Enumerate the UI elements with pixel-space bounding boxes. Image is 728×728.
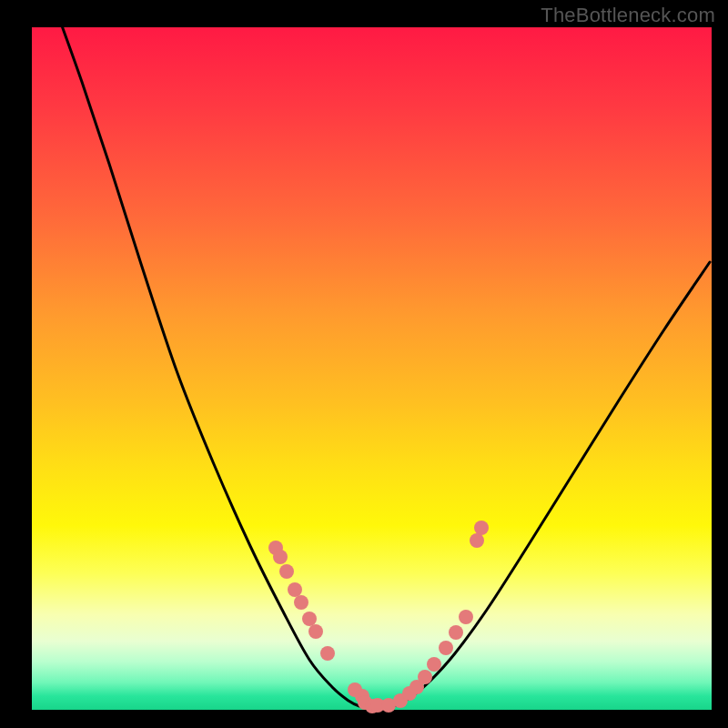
marker-dot <box>308 624 323 639</box>
chart-svg <box>32 27 712 710</box>
marker-dot <box>320 646 335 661</box>
marker-dot <box>302 612 317 626</box>
highlight-dots <box>268 521 489 713</box>
marker-dot <box>449 625 463 640</box>
marker-dot <box>439 641 453 655</box>
marker-dot <box>470 533 484 548</box>
bottleneck-curve <box>59 18 710 708</box>
marker-dot <box>459 610 473 624</box>
watermark-text: TheBottleneck.com <box>541 4 715 27</box>
marker-dot <box>288 582 302 597</box>
marker-dot <box>294 595 308 610</box>
marker-dot <box>474 521 489 535</box>
marker-dot <box>418 670 432 684</box>
marker-dot <box>427 657 441 672</box>
chart-frame: TheBottleneck.com <box>0 0 728 728</box>
marker-dot <box>273 550 288 564</box>
marker-dot <box>279 564 294 579</box>
